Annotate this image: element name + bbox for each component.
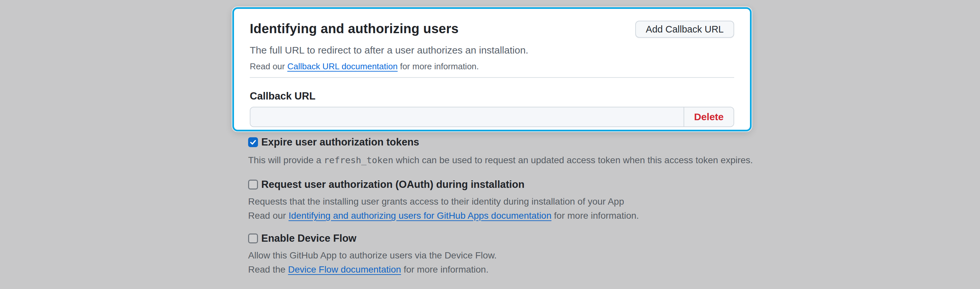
doc-note-suffix: for more information. bbox=[552, 211, 639, 221]
delete-callback-url-button[interactable]: Delete bbox=[684, 107, 733, 126]
add-callback-url-button[interactable]: Add Callback URL bbox=[635, 21, 734, 38]
expire-tokens-note: This will provide a refresh_token which … bbox=[248, 154, 774, 167]
note-text: which can be used to request an updated … bbox=[393, 155, 753, 165]
doc-note-prefix: Read the bbox=[248, 264, 288, 275]
callback-url-doc-link[interactable]: Callback URL documentation bbox=[287, 62, 398, 71]
device-flow-label[interactable]: Enable Device Flow bbox=[261, 232, 356, 245]
section-divider bbox=[250, 77, 734, 78]
callback-url-field-label: Callback URL bbox=[250, 90, 734, 103]
doc-note-suffix: for more information. bbox=[401, 264, 488, 275]
device-flow-doc-note: Read the Device Flow documentation for m… bbox=[248, 262, 774, 276]
request-oauth-label[interactable]: Request user authorization (OAuth) durin… bbox=[261, 178, 525, 191]
panel-description: The full URL to redirect to after a user… bbox=[250, 44, 734, 56]
doc-note-prefix: Read our bbox=[250, 62, 287, 71]
option-expire-tokens: Expire user authorization tokens This wi… bbox=[248, 135, 774, 167]
expire-tokens-label[interactable]: Expire user authorization tokens bbox=[261, 136, 419, 149]
callback-doc-note: Read our Callback URL documentation for … bbox=[250, 61, 734, 72]
option-row: Expire user authorization tokens bbox=[248, 135, 774, 149]
device-flow-checkbox[interactable] bbox=[248, 233, 258, 243]
device-flow-doc-link[interactable]: Device Flow documentation bbox=[288, 264, 401, 275]
expire-tokens-checkbox[interactable] bbox=[248, 137, 258, 147]
note-text: This will provide a bbox=[248, 155, 324, 165]
callback-url-input[interactable] bbox=[250, 107, 684, 126]
identifying-users-doc-link[interactable]: Identifying and authorizing users for Gi… bbox=[288, 211, 552, 221]
checkmark-icon bbox=[250, 138, 257, 146]
request-oauth-checkbox[interactable] bbox=[248, 179, 258, 189]
device-flow-note: Allow this GitHub App to authorize users… bbox=[248, 248, 774, 262]
option-request-oauth: Request user authorization (OAuth) durin… bbox=[248, 177, 774, 223]
panel-title: Identifying and authorizing users bbox=[250, 21, 459, 37]
callback-url-input-group: Delete bbox=[250, 107, 734, 127]
refresh-token-code: refresh_token bbox=[324, 155, 393, 165]
callback-url-panel: Identifying and authorizing users Add Ca… bbox=[232, 7, 752, 131]
panel-header: Identifying and authorizing users Add Ca… bbox=[250, 21, 734, 38]
option-device-flow: Enable Device Flow Allow this GitHub App… bbox=[248, 231, 774, 276]
option-row: Enable Device Flow bbox=[248, 231, 774, 246]
request-oauth-doc-note: Read our Identifying and authorizing use… bbox=[248, 208, 774, 223]
option-row: Request user authorization (OAuth) durin… bbox=[248, 177, 774, 192]
doc-note-prefix: Read our bbox=[248, 211, 288, 221]
authorization-options: Expire user authorization tokens This wi… bbox=[248, 135, 774, 276]
page-background: Identifying and authorizing users Add Ca… bbox=[0, 0, 980, 289]
doc-note-suffix: for more information. bbox=[398, 62, 479, 71]
request-oauth-note: Requests that the installing user grants… bbox=[248, 194, 774, 208]
